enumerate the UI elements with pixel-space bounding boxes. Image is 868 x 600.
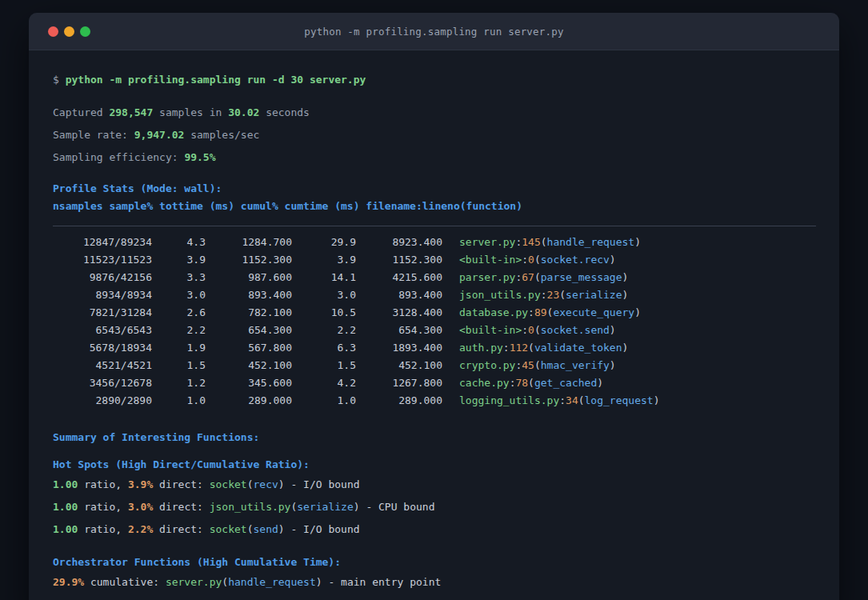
lparen: (: [534, 271, 541, 283]
rparen: ): [610, 324, 616, 336]
row-lineno: 0: [528, 324, 534, 336]
rate-label: Sample rate:: [53, 129, 134, 141]
hot-file: socket: [210, 478, 247, 490]
row-nsamples: 11523/11523: [53, 251, 152, 269]
lparen: (: [534, 254, 541, 266]
row-sample-pct: 1.2: [152, 374, 206, 392]
row-nsamples: 4521/4521: [53, 357, 152, 374]
row-sample-pct: 2.2: [152, 322, 206, 339]
row-lineno: 112: [510, 342, 528, 354]
lparen: (: [247, 523, 254, 535]
row-func-name: get_cached: [534, 377, 597, 389]
row-sample-pct: 3.9: [152, 251, 206, 269]
row-nsamples: 5678/18934: [53, 339, 152, 357]
hot-spot-line: 1.00 ratio, 3.9% direct: socket(recv) - …: [53, 474, 816, 496]
hot-file: socket: [210, 523, 247, 535]
row-file: server.py: [459, 236, 515, 248]
hot-pct: 3.9%: [128, 478, 153, 490]
row-function: cache.py:78(get_cached): [442, 374, 603, 392]
command-line: $ python -m profiling.sampling run -d 30…: [53, 71, 816, 89]
row-sample-pct: 1.9: [152, 339, 206, 357]
rparen: ): [634, 306, 641, 318]
direct-label: direct:: [153, 501, 209, 513]
titlebar[interactable]: python -m profiling.sampling run server.…: [29, 13, 839, 50]
terminal-window: python -m profiling.sampling run server.…: [29, 13, 839, 600]
colon: :: [528, 306, 534, 318]
colon: :: [503, 342, 510, 354]
hot-ratio: 1.00: [53, 478, 78, 490]
sample-rate-line: Sample rate: 9,947.02 samples/sec: [53, 124, 816, 146]
orchestrator-line: 14.1% cumulative: parser.py(parse_messag…: [53, 594, 816, 600]
row-file: logging_utils.py: [459, 394, 559, 406]
row-lineno: 0: [528, 254, 534, 266]
captured-samples-value: 298,547: [109, 106, 153, 118]
direct-label: direct:: [153, 478, 209, 490]
terminal-output: $ python -m profiling.sampling run -d 30…: [29, 50, 839, 600]
row-function: json_utils.py:23(serialize): [442, 286, 628, 304]
row-lineno: 145: [522, 236, 540, 248]
orch-func: handle_request: [228, 576, 316, 588]
row-tottime: 452.100: [206, 357, 292, 374]
rparen: ): [654, 394, 660, 406]
hot-file: json_utils.py: [210, 501, 291, 513]
table-row: 6543/65432.2654.3002.2654.300<built-in>:…: [53, 322, 816, 339]
row-func-name: handle_request: [547, 236, 635, 248]
table-row: 7821/312842.6782.10010.53128.400database…: [53, 304, 816, 322]
row-sample-pct: 2.6: [152, 304, 206, 322]
row-function: parser.py:67(parse_message): [442, 269, 628, 286]
colon: :: [522, 254, 528, 266]
row-lineno: 67: [522, 271, 534, 283]
row-lineno: 78: [515, 377, 528, 389]
row-tottime: 1152.300: [206, 251, 292, 269]
row-file: crypto.py: [459, 359, 515, 371]
rparen: ): [597, 377, 603, 389]
orch-suffix: - main entry point: [322, 576, 442, 588]
rparen: ): [278, 478, 285, 490]
hot-func: recv: [254, 478, 278, 490]
hot-pct: 2.2%: [128, 523, 153, 535]
hot-ratio: 1.00: [53, 523, 78, 535]
row-cumtime: 1267.800: [356, 374, 442, 392]
ratio-label: ratio,: [78, 501, 128, 513]
row-function: auth.py:112(validate_token): [442, 339, 628, 357]
row-tottime: 1284.700: [206, 234, 292, 251]
efficiency-value: 99.5%: [184, 151, 215, 163]
row-func-name: log_request: [585, 394, 654, 406]
row-file: <built-in>: [459, 324, 522, 336]
row-nsamples: 12847/89234: [53, 234, 152, 251]
row-file: parser.py: [459, 271, 515, 283]
row-cumul-pct: 10.5: [292, 304, 356, 322]
row-tottime: 654.300: [206, 322, 292, 339]
row-file: auth.py: [459, 342, 503, 354]
rparen: ): [622, 271, 629, 283]
efficiency-label: Sampling efficiency:: [53, 151, 184, 163]
table-divider: [53, 226, 816, 226]
row-cumtime: 3128.400: [356, 304, 442, 322]
row-func-name: hmac_verify: [541, 359, 610, 371]
row-function: crypto.py:45(hmac_verify): [442, 357, 616, 374]
profile-columns-header: nsamples sample% tottime (ms) cumul% cum…: [53, 198, 816, 215]
row-tottime: 987.600: [206, 269, 292, 286]
summary-heading: Summary of Interesting Functions:: [53, 429, 816, 446]
orchestrator-line: 29.9% cumulative: server.py(handle_reque…: [53, 571, 816, 594]
rparen: ): [610, 359, 616, 371]
row-lineno: 45: [522, 359, 534, 371]
hot-pct: 3.0%: [128, 501, 153, 513]
command-text: python -m profiling.sampling run -d 30 s…: [66, 74, 366, 86]
window-title: python -m profiling.sampling run server.…: [29, 26, 839, 38]
table-row: 3456/126781.2345.6004.21267.800cache.py:…: [53, 374, 816, 392]
row-function: <built-in>:0(socket.send): [442, 322, 616, 339]
row-lineno: 23: [547, 289, 560, 301]
captured-mid-label: samples in: [153, 106, 228, 118]
row-function: logging_utils.py:34(log_request): [442, 392, 659, 410]
row-cumtime: 1893.400: [356, 339, 442, 357]
row-cumtime: 4215.600: [356, 269, 442, 286]
rparen: ): [634, 236, 641, 248]
row-cumul-pct: 1.0: [292, 392, 356, 410]
lparen: (: [534, 359, 541, 371]
rparen: ): [622, 342, 629, 354]
hot-spots-heading: Hot Spots (High Direct/Cumulative Ratio)…: [53, 456, 816, 474]
orch-file: server.py: [166, 576, 222, 588]
row-file: database.py: [459, 306, 528, 318]
row-function: server.py:145(handle_request): [442, 234, 641, 251]
